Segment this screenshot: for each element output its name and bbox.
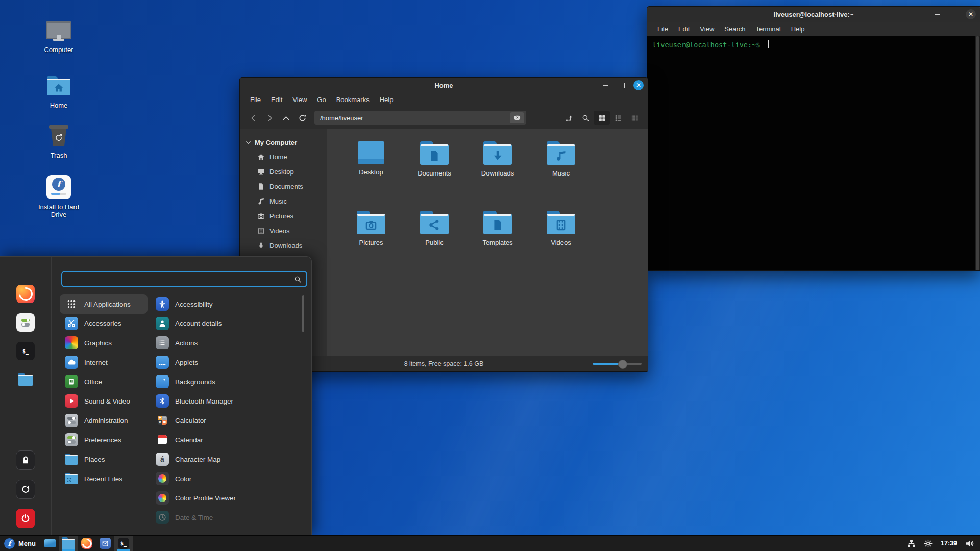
sidebar-item-videos[interactable]: Videos xyxy=(240,223,327,238)
fm-menu-go[interactable]: Go xyxy=(312,93,331,107)
app-calculator[interactable]: +−×=Calculator xyxy=(151,411,351,430)
category-administration[interactable]: Administration xyxy=(60,411,148,430)
app-character-map[interactable]: áCharacter Map xyxy=(151,449,351,469)
terminal-titlebar[interactable]: liveuser@localhost-live:~ ✕ xyxy=(647,7,980,22)
favorite-files[interactable] xyxy=(16,370,35,389)
app-list-scrollbar[interactable] xyxy=(302,295,304,332)
refresh-button[interactable] xyxy=(294,111,310,125)
forward-button[interactable] xyxy=(261,111,278,125)
network-icon[interactable] xyxy=(907,539,916,548)
file-item-public[interactable]: Public xyxy=(403,207,466,276)
app-color[interactable]: Color xyxy=(151,469,351,488)
app-actions[interactable]: Actions xyxy=(151,333,351,353)
category-sound-video[interactable]: Sound & Video xyxy=(60,391,148,411)
logout-button[interactable] xyxy=(16,480,35,499)
category-all-applications[interactable]: All Applications xyxy=(60,294,148,314)
sidebar-item-downloads[interactable]: Downloads xyxy=(240,238,327,253)
desktop-icon-computer[interactable]: Computer xyxy=(27,17,91,54)
app-accessibility[interactable]: Accessibility xyxy=(151,294,351,314)
jump-to-button[interactable] xyxy=(561,111,577,125)
file-item-pictures[interactable]: Pictures xyxy=(339,207,403,276)
favorite-firefox[interactable] xyxy=(16,284,35,304)
app-account-details[interactable]: Account details xyxy=(151,314,351,333)
taskbar-launcher-firefox[interactable] xyxy=(78,536,96,551)
zoom-slider[interactable] xyxy=(593,360,642,368)
category-preferences[interactable]: Preferences xyxy=(60,430,148,449)
category-places[interactable]: Places xyxy=(60,449,148,469)
sidebar-item-home[interactable]: Home xyxy=(240,149,327,164)
volume-icon[interactable] xyxy=(965,539,974,548)
shutdown-button[interactable] xyxy=(16,509,35,528)
terminal-menu-file[interactable]: File xyxy=(652,22,673,36)
terminal-menu-edit[interactable]: Edit xyxy=(673,22,695,36)
up-button[interactable] xyxy=(278,111,294,125)
terminal-menu-view[interactable]: View xyxy=(695,22,719,36)
favorite-terminal[interactable]: $_ xyxy=(16,341,35,361)
maximize-button[interactable] xyxy=(949,10,959,19)
file-list-view[interactable]: DesktopDocumentsDownloadsMusicPicturesPu… xyxy=(327,129,648,356)
compact-view-button[interactable] xyxy=(626,111,643,125)
maximize-button[interactable] xyxy=(617,81,626,90)
terminal-menu-terminal[interactable]: Terminal xyxy=(751,22,786,36)
category-office[interactable]: Office xyxy=(60,372,148,391)
file-item-videos[interactable]: Videos xyxy=(529,207,593,276)
app-bluetooth-manager[interactable]: Bluetooth Manager xyxy=(151,391,351,411)
taskbar-launcher-terminal[interactable]: $_ xyxy=(114,536,133,551)
app-backgrounds[interactable]: Backgrounds xyxy=(151,372,351,391)
terminal-content[interactable]: liveuser@localhost-live:~$ xyxy=(647,36,980,270)
sidebar-item-documents[interactable]: Documents xyxy=(240,179,327,194)
minimize-button[interactable] xyxy=(601,81,610,90)
app-calendar[interactable]: Calendar xyxy=(151,430,351,449)
file-item-documents[interactable]: Documents xyxy=(403,137,466,207)
fm-menu-view[interactable]: View xyxy=(287,93,312,107)
desktop-icon-install[interactable]: f Install to Hard Drive xyxy=(27,174,91,218)
minimize-button[interactable] xyxy=(933,10,942,19)
category-recent-files[interactable]: Recent Files xyxy=(60,469,148,488)
close-button[interactable]: ✕ xyxy=(633,80,644,90)
taskbar-launcher-files[interactable] xyxy=(59,536,78,551)
file-item-music[interactable]: Music xyxy=(529,137,593,207)
taskbar-launcher-mail[interactable] xyxy=(96,536,114,551)
category-graphics[interactable]: Graphics xyxy=(60,333,148,353)
sidebar-item-desktop[interactable]: Desktop xyxy=(240,164,327,179)
close-button[interactable]: ✕ xyxy=(966,9,976,19)
file-item-desktop[interactable]: Desktop xyxy=(339,137,403,207)
list-view-button[interactable] xyxy=(610,111,626,125)
category-accessories[interactable]: Accessories xyxy=(60,314,148,333)
sidebar-item-label: Videos xyxy=(270,227,290,235)
app-date-time[interactable]: Date & Time xyxy=(151,508,351,527)
zoom-slider-handle[interactable] xyxy=(618,360,627,369)
fm-menu-file[interactable]: File xyxy=(245,93,266,107)
brightness-icon[interactable] xyxy=(924,539,933,548)
fm-menu-help[interactable]: Help xyxy=(375,93,399,107)
sidebar-item-music[interactable]: Music xyxy=(240,194,327,209)
app-applets[interactable]: Applets xyxy=(151,353,351,372)
category-internet[interactable]: Internet xyxy=(60,353,148,372)
menu-search-box[interactable] xyxy=(61,271,307,287)
terminal-menu-search[interactable]: Search xyxy=(719,22,750,36)
fm-menu-edit[interactable]: Edit xyxy=(266,93,287,107)
back-button[interactable] xyxy=(245,111,261,125)
app-color-profile-viewer[interactable]: Color Profile Viewer xyxy=(151,488,351,508)
file-manager-titlebar[interactable]: Home ✕ xyxy=(240,78,648,93)
taskbar-launcher-show-desktop[interactable] xyxy=(41,536,59,551)
menu-button[interactable]: f Menu xyxy=(0,536,41,551)
lock-button[interactable] xyxy=(16,450,35,470)
search-button[interactable] xyxy=(577,111,594,125)
terminal-scrollbar[interactable] xyxy=(975,36,980,270)
favorite-settings[interactable] xyxy=(16,313,35,332)
fm-menu-bookmarks[interactable]: Bookmarks xyxy=(331,93,375,107)
taskbar-clock[interactable]: 17:39 xyxy=(941,540,957,547)
file-manager-toolbar: /home/liveuser xyxy=(240,107,648,129)
search-input[interactable] xyxy=(62,276,294,283)
sidebar-section-my-computer[interactable]: My Computer xyxy=(240,135,327,149)
path-bar[interactable]: /home/liveuser xyxy=(314,111,526,125)
file-item-downloads[interactable]: Downloads xyxy=(466,137,529,207)
sidebar-item-pictures[interactable]: Pictures xyxy=(240,209,327,223)
file-item-templates[interactable]: Templates xyxy=(466,207,529,276)
clear-path-button[interactable] xyxy=(510,112,524,123)
desktop-icon-home[interactable]: Home xyxy=(27,73,91,109)
desktop-icon-trash[interactable]: Trash xyxy=(27,123,91,159)
grid-view-button[interactable] xyxy=(594,111,610,125)
terminal-menu-help[interactable]: Help xyxy=(786,22,810,36)
